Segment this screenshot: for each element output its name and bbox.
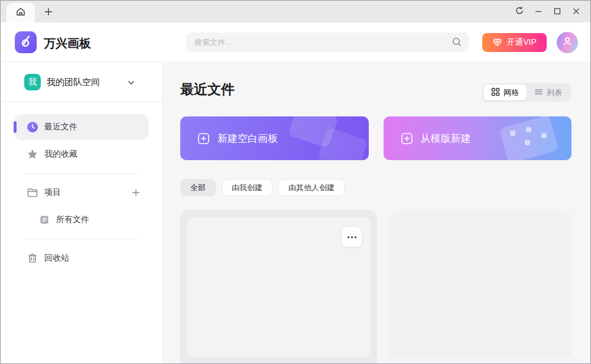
decor-shape bbox=[499, 116, 559, 160]
home-icon bbox=[15, 6, 26, 20]
grid-view-label: 网格 bbox=[504, 87, 519, 98]
grid-view-button[interactable]: 网格 bbox=[483, 84, 527, 100]
create-blank-board-button[interactable]: 新建空白画板 bbox=[180, 116, 369, 160]
team-space-selector[interactable]: 我 我的团队空间 bbox=[1, 63, 163, 102]
user-avatar[interactable] bbox=[557, 32, 578, 53]
sidebar-item-label: 我的收藏 bbox=[44, 149, 77, 160]
sidebar-item-all-files[interactable]: 所有文件 bbox=[15, 207, 148, 233]
filter-created-by-others[interactable]: 由其他人创建 bbox=[278, 179, 345, 196]
file-cards-grid bbox=[180, 210, 571, 363]
window-titlebar bbox=[1, 1, 590, 22]
files-icon bbox=[38, 214, 50, 226]
file-card-hovered[interactable] bbox=[180, 210, 377, 363]
open-vip-button[interactable]: 开通VIP bbox=[482, 33, 547, 52]
star-icon bbox=[27, 148, 38, 160]
list-view-icon bbox=[534, 87, 543, 98]
sidebar-item-recent-files[interactable]: 最近文件 bbox=[15, 114, 148, 140]
decor-dot bbox=[541, 133, 547, 138]
sidebar-item-projects[interactable]: 项目 bbox=[15, 180, 148, 206]
sidebar-divider bbox=[24, 239, 139, 239]
sidebar-item-favorites[interactable]: 我的收藏 bbox=[15, 141, 148, 167]
sidebar-divider bbox=[24, 173, 139, 174]
sidebar-nav: 最近文件 我的收藏 项目 bbox=[1, 102, 163, 271]
app-title: 万兴画板 bbox=[44, 35, 91, 51]
filter-all[interactable]: 全部 bbox=[180, 179, 216, 196]
maximize-button[interactable] bbox=[548, 1, 567, 22]
minimize-icon bbox=[535, 6, 542, 17]
tab-home[interactable] bbox=[7, 3, 35, 22]
plus-square-icon bbox=[401, 132, 413, 145]
vip-label: 开通VIP bbox=[506, 37, 537, 48]
vip-gem-icon bbox=[492, 37, 502, 48]
file-card-thumbnail[interactable] bbox=[187, 217, 370, 358]
close-button[interactable] bbox=[567, 1, 586, 22]
brand-glyph-icon bbox=[18, 34, 33, 51]
maximize-icon bbox=[554, 6, 561, 17]
create-template-label: 从模版新建 bbox=[421, 132, 471, 145]
filter-created-by-me[interactable]: 由我创建 bbox=[222, 179, 272, 196]
app-window: 万兴画板 开通VIP bbox=[0, 0, 591, 364]
team-space-label: 我的团队空间 bbox=[47, 77, 100, 88]
decor-dot bbox=[525, 140, 530, 145]
decor-dot bbox=[526, 127, 531, 132]
sidebar-item-label: 项目 bbox=[44, 187, 61, 198]
card-more-menu-button[interactable] bbox=[342, 227, 362, 247]
search-input[interactable] bbox=[186, 32, 469, 52]
add-project-button[interactable] bbox=[131, 187, 141, 198]
list-view-label: 列表 bbox=[547, 87, 562, 98]
plus-square-icon bbox=[197, 132, 210, 145]
create-buttons-row: 新建空白画板 从模版新建 bbox=[180, 116, 571, 160]
ellipsis-icon bbox=[348, 236, 349, 238]
sidebar-item-trash[interactable]: 回收站 bbox=[15, 245, 148, 271]
new-tab-button[interactable] bbox=[40, 3, 57, 22]
clock-icon bbox=[27, 121, 38, 133]
sidebar-item-label: 回收站 bbox=[44, 253, 69, 264]
close-icon bbox=[573, 6, 580, 17]
decor-dot bbox=[510, 131, 515, 136]
search-icon bbox=[452, 37, 462, 50]
chevron-down-icon bbox=[127, 79, 135, 89]
trash-icon bbox=[27, 252, 38, 264]
view-toggle: 网格 列表 bbox=[482, 83, 571, 102]
page-title: 最近文件 bbox=[180, 80, 235, 99]
sidebar-item-label: 所有文件 bbox=[56, 214, 89, 225]
file-card[interactable] bbox=[389, 211, 571, 359]
list-view-button[interactable]: 列表 bbox=[527, 84, 570, 100]
main-content: 最近文件 网格 列表 bbox=[163, 63, 590, 363]
create-blank-label: 新建空白画板 bbox=[217, 132, 278, 145]
filter-chips: 全部 由我创建 由其他人创建 bbox=[180, 179, 345, 196]
folder-icon bbox=[27, 187, 38, 199]
team-avatar-badge: 我 bbox=[24, 74, 41, 90]
grid-view-icon bbox=[491, 87, 500, 98]
person-icon bbox=[561, 35, 574, 50]
create-from-template-button[interactable]: 从模版新建 bbox=[384, 116, 572, 160]
app-logo bbox=[15, 31, 37, 53]
app-header: 万兴画板 开通VIP bbox=[1, 22, 590, 62]
sidebar: 我 我的团队空间 最近文件 bbox=[1, 63, 163, 363]
window-controls bbox=[510, 1, 590, 22]
sidebar-item-label: 最近文件 bbox=[44, 122, 77, 132]
active-indicator bbox=[14, 121, 17, 133]
plus-icon bbox=[44, 8, 53, 18]
minimize-button[interactable] bbox=[529, 1, 548, 22]
search-bar[interactable] bbox=[186, 32, 469, 52]
refresh-button[interactable] bbox=[510, 1, 529, 22]
refresh-icon bbox=[515, 6, 524, 18]
